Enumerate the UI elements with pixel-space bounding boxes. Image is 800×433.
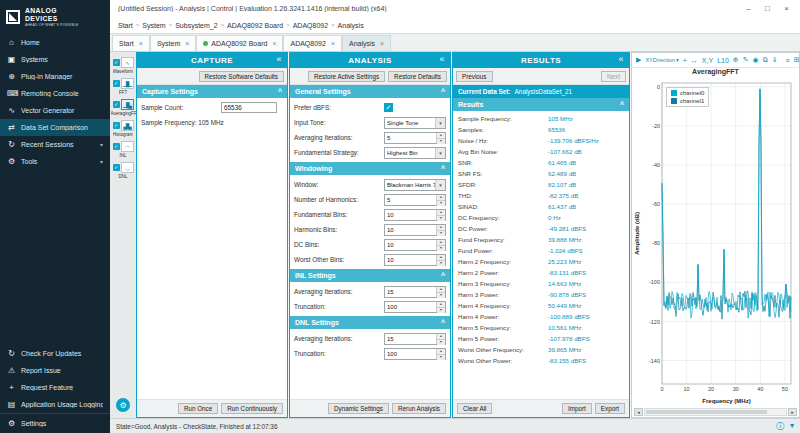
info-icon[interactable]: ⓘ: [776, 421, 784, 432]
tab[interactable]: Analysis ×: [342, 35, 391, 51]
dynamic-settings-button[interactable]: Dynamic Settings: [328, 403, 389, 414]
general-settings-section-header[interactable]: General Settings ^: [290, 85, 450, 98]
tab-close-icon[interactable]: ×: [380, 40, 384, 47]
step-down-icon[interactable]: ▾: [437, 339, 445, 345]
sidebar-item[interactable]: ↻ Check For Updates: [0, 345, 110, 362]
tab-close-icon[interactable]: ×: [331, 40, 335, 47]
sidebar-item[interactable]: ⌂ Home: [0, 34, 110, 51]
breadcrumb-item[interactable]: ADAQ8092 Board: [227, 22, 283, 29]
log-scale-icon[interactable]: L10: [717, 57, 729, 64]
breadcrumb-item[interactable]: System: [142, 22, 165, 29]
setting-stepper[interactable]: 15 ▴▾: [384, 286, 446, 298]
step-down-icon[interactable]: ▾: [437, 245, 445, 251]
tab[interactable]: Start ×: [112, 35, 150, 51]
results-section-header[interactable]: Results ^: [453, 98, 629, 111]
export-button[interactable]: Export: [595, 403, 625, 414]
window-select[interactable]: Blackman Harris 7 ▾: [384, 179, 446, 191]
tab-close-icon[interactable]: ×: [272, 40, 276, 47]
copy-icon[interactable]: ⧉: [763, 56, 768, 64]
step-down-icon[interactable]: ▾: [437, 230, 445, 236]
input-tone-select[interactable]: Single Tone ▾: [384, 117, 446, 129]
scrollbar-thumb[interactable]: [646, 410, 767, 414]
sidebar-item[interactable]: ▣ Systems: [0, 51, 110, 68]
wizard-gear-button[interactable]: ⚙: [116, 398, 130, 412]
step-down-icon[interactable]: ▾: [437, 307, 445, 313]
breadcrumb-item[interactable]: ADAQ8092: [293, 22, 328, 29]
collapse-panel-icon[interactable]: «: [439, 54, 445, 64]
fundamental-strategy-select[interactable]: Highest Bin ▾: [384, 147, 446, 159]
next-dataset-button[interactable]: Next: [601, 71, 626, 82]
sample-count-input[interactable]: 65536: [221, 102, 277, 113]
setting-stepper[interactable]: 10 ▴▾: [384, 209, 446, 221]
run-continuously-button[interactable]: Run Continuously: [221, 403, 283, 414]
module-checkbox[interactable]: ✓: [113, 143, 120, 150]
xy-direction-dropdown[interactable]: XYDirection ▾: [645, 57, 678, 63]
scroll-left-icon[interactable]: ◂: [634, 408, 643, 416]
setting-stepper[interactable]: 5 ▴▾: [384, 194, 446, 206]
sidebar-item[interactable]: ⚙ Tools ▾: [0, 153, 110, 170]
scroll-right-icon[interactable]: ▸: [788, 408, 797, 416]
capture-settings-section-header[interactable]: Capture Settings ^: [137, 85, 287, 98]
fit-width-icon[interactable]: ↔: [691, 57, 698, 64]
module-checkbox[interactable]: ✓: [113, 164, 120, 171]
import-button[interactable]: Import: [562, 403, 592, 414]
step-down-icon[interactable]: ▾: [437, 292, 445, 298]
tab-close-icon[interactable]: ×: [139, 40, 143, 47]
module-item[interactable]: ✓ ∿ Waveform: [110, 55, 136, 76]
list-view-icon[interactable]: ≡: [786, 57, 790, 64]
sidebar-item-settings[interactable]: ⚙ Settings: [0, 413, 110, 433]
averaging-iterations-stepper[interactable]: 5 ▴▾: [384, 132, 446, 144]
scrollbar-track[interactable]: [644, 408, 787, 416]
export-icon[interactable]: ⇓: [772, 56, 778, 64]
run-once-button[interactable]: Run Once: [178, 403, 218, 414]
collapse-panel-icon[interactable]: «: [618, 54, 624, 64]
minimize-button[interactable]: –: [739, 4, 758, 13]
fft-plot[interactable]: 010203040500-20-40-60-80-100-120-140Freq…: [632, 79, 799, 406]
tab[interactable]: ADAQ8092 ×: [283, 35, 342, 51]
prefer-dbfs-checkbox[interactable]: ✓: [384, 103, 393, 112]
inl-settings-section-header[interactable]: INL Settings ^: [290, 269, 450, 282]
step-down-icon[interactable]: ▾: [437, 354, 445, 360]
zoom-tool-icon[interactable]: ⊕: [733, 56, 739, 64]
close-button[interactable]: ×: [777, 4, 796, 13]
module-checkbox[interactable]: ✓: [113, 122, 120, 129]
zoom-xy-icon[interactable]: X,Y: [702, 57, 713, 64]
snapshot-icon[interactable]: ◉: [753, 56, 759, 64]
legend-item[interactable]: channel1: [671, 98, 704, 104]
setting-stepper[interactable]: 10 ▴▾: [384, 254, 446, 266]
sidebar-item[interactable]: ⚠ Report Issue: [0, 362, 110, 379]
clear-all-button[interactable]: Clear All: [457, 403, 492, 414]
sidebar-item[interactable]: ↻ Recent Sessions ▾: [0, 136, 110, 153]
breadcrumb-item[interactable]: Start: [118, 22, 133, 29]
tab[interactable]: ADAQ8092 Board ×: [196, 35, 283, 51]
chart-hscrollbar[interactable]: ◂ ▸: [632, 406, 799, 417]
restore-active-settings-button[interactable]: Restore Active Settings: [308, 71, 385, 82]
breadcrumb-item[interactable]: Analysis: [338, 22, 364, 29]
sidebar-item[interactable]: ⊕ Plug-in Manager: [0, 68, 110, 85]
module-item[interactable]: ✓ ▁█▄ AveragingFFT: [110, 97, 136, 118]
setting-stepper[interactable]: 10 ▴▾: [384, 224, 446, 236]
legend-item[interactable]: channel0: [671, 90, 704, 96]
windowing-section-header[interactable]: Windowing ^: [290, 162, 450, 175]
annotate-pencil-icon[interactable]: ✎: [743, 56, 749, 64]
step-down-icon[interactable]: ▾: [437, 215, 445, 221]
module-checkbox[interactable]: ✓: [113, 101, 120, 108]
module-item[interactable]: ✓ ▁█▁ FFT: [110, 76, 136, 97]
module-checkbox[interactable]: ✓: [113, 80, 120, 87]
sidebar-item[interactable]: ∿ Vector Generator: [0, 102, 110, 119]
setting-stepper[interactable]: 100 ▴▾: [384, 348, 446, 360]
collapse-panel-icon[interactable]: «: [276, 54, 282, 64]
sidebar-item[interactable]: + Request Feature: [0, 379, 110, 396]
module-item[interactable]: ✓ ▄█▄ Histogram: [110, 118, 136, 139]
maximize-button[interactable]: □: [758, 4, 777, 13]
sidebar-item[interactable]: ▤ Application Usage Logging: [0, 396, 110, 413]
step-down-icon[interactable]: ▾: [437, 200, 445, 206]
pan-tool-icon[interactable]: +: [683, 57, 687, 64]
setting-stepper[interactable]: 10 ▴▾: [384, 239, 446, 251]
breadcrumb-item[interactable]: Subsystem_2: [175, 22, 217, 29]
previous-dataset-button[interactable]: Previous: [456, 71, 493, 82]
module-item[interactable]: ✓ ◠ INL: [110, 139, 136, 160]
restore-software-defaults-button[interactable]: Restore Software Defaults: [199, 71, 285, 82]
module-checkbox[interactable]: ✓: [113, 59, 120, 66]
restore-defaults-button[interactable]: Restore Defaults: [388, 71, 447, 82]
